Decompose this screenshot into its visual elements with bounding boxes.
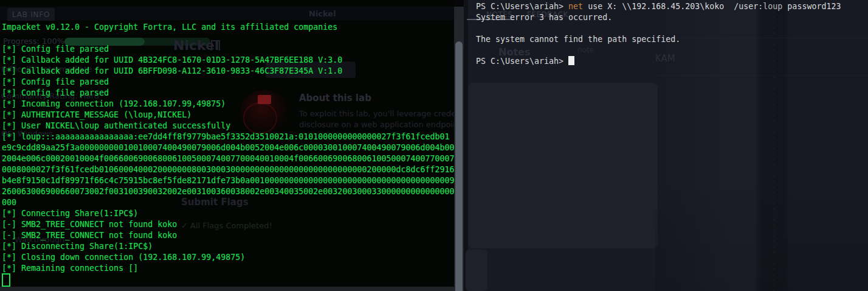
terminal-line: [*] Remaining connections [] xyxy=(2,263,454,274)
terminal-line: Impacket v0.12.0 - Copyright Fortra, LLC… xyxy=(2,22,454,33)
terminal-line: 000 xyxy=(2,197,454,208)
lab-page-topbar xyxy=(0,7,454,20)
terminal-line: [*] Config file parsed xyxy=(2,44,454,55)
terminal-line xyxy=(2,33,454,44)
page-top-title: Nickel xyxy=(309,9,336,18)
terminal-cursor xyxy=(568,56,574,65)
background-seam xyxy=(656,75,868,76)
panel-gap xyxy=(464,0,468,291)
terminal-line: 0008000027f3f61fcedb01060004000200000008… xyxy=(2,164,454,175)
terminal-line: b4e8f9150c1df89971f66c4c75915bc8ef5fde82… xyxy=(2,175,454,186)
notes-textarea-card xyxy=(468,83,658,248)
terminal-line: [*] Incoming connection (192.168.107.99,… xyxy=(2,99,454,110)
terminal-line: [*] AUTHENTICATE_MESSAGE (\loup,NICKEL) xyxy=(2,110,454,121)
terminal-line: [*] Callback added for UUID 4B324FC8-167… xyxy=(2,55,454,66)
terminal-line: [*] Config file parsed xyxy=(2,88,454,99)
terminal-line: [-] SMB2_TREE_CONNECT not found koko xyxy=(2,219,454,230)
scrollbar-thumb[interactable] xyxy=(455,41,463,291)
screenshot-stage: LAB INFO Nickel Progress: 100% Nickel Di… xyxy=(0,0,868,291)
side-card xyxy=(466,250,487,291)
terminal-line: [*] User NICKEL\loup authenticated succe… xyxy=(2,121,454,131)
terminal-line: [*] Callback added for UUID 6BFFD098-A11… xyxy=(2,66,454,77)
terminal-bottom-strip xyxy=(0,287,454,291)
terminal-line: [*] loup:::aaaaaaaaaaaaaaaa:ee7dd4ff8f97… xyxy=(2,131,454,142)
background-dotted-line xyxy=(773,0,774,291)
background-seam xyxy=(656,38,868,38)
terminal-line: 260063006900660073002f003100390032002e00… xyxy=(2,186,454,197)
terminal-line: [*] Connecting Share(1:IPC$) xyxy=(2,208,454,219)
terminal-cursor xyxy=(2,273,10,287)
terminal-line: e9c9cdd89aa25f3a000000000100100074004900… xyxy=(2,142,454,153)
background-scene-image xyxy=(655,0,868,291)
terminal-line: [-] SMB2_TREE_CONNECT not found koko xyxy=(2,230,454,241)
command-keyword: net xyxy=(568,2,583,11)
impacket-terminal-output: Impacket v0.12.0 - Copyright Fortra, LLC… xyxy=(2,22,454,274)
terminal-line: [*] Closing down connection (192.168.107… xyxy=(2,252,454,263)
terminal-line: 2004e006c00020010004f0066006900680061005… xyxy=(2,153,454,164)
tab-lab-info[interactable]: LAB INFO xyxy=(7,8,55,21)
impacket-terminal-panel[interactable]: LAB INFO Nickel Progress: 100% Nickel Di… xyxy=(0,0,454,291)
scrollbar-track-top xyxy=(454,0,464,7)
terminal-line: [*] Disconnecting Share(1:IPC$) xyxy=(2,241,454,252)
terminal-line: [*] Config file parsed xyxy=(2,77,454,88)
